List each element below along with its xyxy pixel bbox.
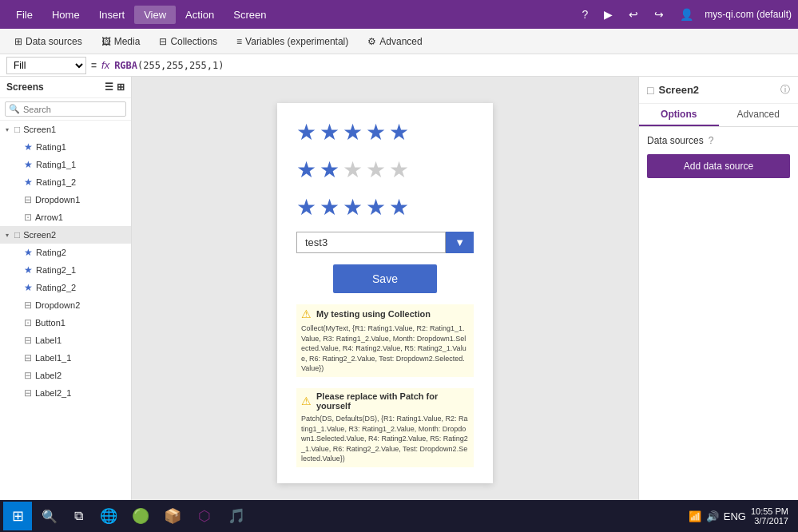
label2-label: Label2 <box>35 371 62 380</box>
center-canvas[interactable]: ★ ★ ★ ★ ★ ★ ★ ★ ★ ★ ★ ★ ★ ★ ★ <box>132 77 638 510</box>
left-panel: Screens ☰ ⊞ 🔍 ▾ □ Screen1 ★ Rating1 <box>0 77 132 510</box>
rating2-label: Rating2 <box>36 248 66 257</box>
toolbar-media[interactable]: 🖼 Media <box>93 34 149 49</box>
tree-item-rating1_1[interactable]: ★ Rating1_1 <box>0 156 131 173</box>
screens-header: Screens ☰ ⊞ <box>0 77 131 98</box>
tree-item-rating2_2[interactable]: ★ Rating2_2 <box>0 279 131 296</box>
grid-view-icon[interactable]: ⊞ <box>117 81 125 93</box>
menu-file[interactable]: File <box>6 6 42 24</box>
tree-item-rating2[interactable]: ★ Rating2 <box>0 244 131 261</box>
note-box-1: ⚠ My testing using Collection Collect(My… <box>296 304 474 377</box>
menu-insert[interactable]: Insert <box>89 6 135 24</box>
formula-display: RGBA(255,255,255,1) <box>114 60 792 71</box>
search-bar: 🔍 <box>0 98 131 121</box>
redo-icon[interactable]: ↪ <box>649 6 669 22</box>
data-sources-help-icon[interactable]: ? <box>709 135 714 146</box>
menu-screen[interactable]: Screen <box>224 6 276 24</box>
tree-item-label2[interactable]: ⊟ Label2 <box>0 367 131 384</box>
save-button[interactable]: Save <box>333 264 437 293</box>
tree-item-arrow1[interactable]: ⊡ Arrow1 <box>0 208 131 226</box>
right-panel: □ Screen2 ⓘ Options Advanced Data source… <box>638 77 798 510</box>
rating2-1-label: Rating2_1 <box>36 265 76 275</box>
tab-advanced[interactable]: Advanced <box>719 104 799 126</box>
tree-item-dropdown1[interactable]: ⊟ Dropdown1 <box>0 191 131 208</box>
warning-icon-1: ⚠ <box>301 308 312 320</box>
menu-right-section: ? ▶ ↩ ↪ 👤 mys-qi.com (default) <box>578 6 792 22</box>
tree-item-label1_1[interactable]: ⊟ Label1_1 <box>0 349 131 367</box>
right-panel-tabs: Options Advanced <box>639 104 798 127</box>
help-icon[interactable]: ? <box>578 6 594 22</box>
screen-icon-sm: □ <box>647 84 653 97</box>
user-label: mys-qi.com (default) <box>705 9 792 20</box>
star-3-2: ★ <box>320 194 339 220</box>
menu-home[interactable]: Home <box>42 6 89 24</box>
menu-action[interactable]: Action <box>176 6 224 24</box>
label-icon-1: ⊟ <box>24 335 32 346</box>
taskbar-app-chrome[interactable]: 🟢 <box>125 502 157 530</box>
property-selector[interactable]: Fill <box>6 57 86 74</box>
star-2-4: ★ <box>366 157 386 183</box>
stars-row-3: ★ ★ ★ ★ ★ <box>296 194 474 220</box>
tree-item-rating1[interactable]: ★ Rating1 <box>0 138 131 156</box>
right-panel-body: Data sources ? Add data source <box>639 127 798 186</box>
windows-logo-icon: ⊞ <box>12 507 24 525</box>
data-sources-icon: ⊞ <box>14 36 22 47</box>
dropdown1-label: Dropdown1 <box>35 195 80 204</box>
dropdown-chevron-button[interactable]: ▼ <box>446 232 474 253</box>
star-1-3: ★ <box>343 119 363 145</box>
collections-label: Collections <box>170 36 217 47</box>
toolbar-collections[interactable]: ⊟ Collections <box>151 34 225 49</box>
chrome-icon: 🟢 <box>132 507 149 525</box>
search-input[interactable] <box>23 105 122 114</box>
taskbar-app-powerapps[interactable]: ⬡ <box>189 502 220 530</box>
note-body-2: Patch(DS, Defaults(DS), {R1: Rating1.Val… <box>301 414 469 464</box>
taskbar-app-store[interactable]: 📦 <box>157 502 189 530</box>
star-1-1: ★ <box>296 119 316 145</box>
label1-1-label: Label1_1 <box>35 353 71 363</box>
taskbar-app-edge[interactable]: 🌐 <box>93 502 125 530</box>
taskbar: ⊞ 🔍 ⧉ 🌐 🟢 📦 ⬡ 🎵 📶 🔊 ENG 10:55 PM 3/7/201… <box>0 500 798 532</box>
onenote-icon: 🎵 <box>228 507 245 525</box>
fx-label: fx <box>101 59 109 71</box>
label-icon-2-1: ⊟ <box>24 387 32 399</box>
data-sources-label: Data sources <box>26 36 82 47</box>
tab-options[interactable]: Options <box>639 104 719 126</box>
right-panel-header: □ Screen2 ⓘ <box>639 77 798 104</box>
variables-icon: ≡ <box>236 36 242 47</box>
toolbar-data-sources[interactable]: ⊞ Data sources <box>6 34 90 49</box>
taskbar-app-onenote[interactable]: 🎵 <box>220 502 252 530</box>
tree-item-rating1_2[interactable]: ★ Rating1_2 <box>0 173 131 191</box>
tree-item-label2_1[interactable]: ⊟ Label2_1 <box>0 384 131 402</box>
note-box-2: ⚠ Please replace with Patch for yourself… <box>296 388 474 467</box>
run-icon[interactable]: ▶ <box>599 6 617 22</box>
tree-item-dropdown2[interactable]: ⊟ Dropdown2 <box>0 296 131 314</box>
label1-label: Label1 <box>35 335 62 345</box>
tree-item-label1[interactable]: ⊟ Label1 <box>0 332 131 349</box>
start-button[interactable]: ⊞ <box>3 502 32 530</box>
star-icon-rating1: ★ <box>24 141 33 153</box>
taskbar-search-button[interactable]: 🔍 <box>35 502 64 530</box>
note-header-1: ⚠ My testing using Collection <box>301 308 469 320</box>
tree-item-button1[interactable]: ⊡ Button1 <box>0 314 131 332</box>
tree-item-screen2[interactable]: ▾ □ Screen2 <box>0 226 131 244</box>
tree-item-rating2_1[interactable]: ★ Rating2_1 <box>0 261 131 279</box>
rating2-2-label: Rating2_2 <box>36 283 76 292</box>
main-layout: Screens ☰ ⊞ 🔍 ▾ □ Screen1 ★ Rating1 <box>0 77 798 510</box>
star-2-3: ★ <box>343 157 363 183</box>
toolbar-advanced[interactable]: ⚙ Advanced <box>359 34 430 49</box>
taskbar-right: 📶 🔊 ENG 10:55 PM 3/7/2017 <box>689 506 795 526</box>
dropdown-icon-1: ⊟ <box>24 194 32 205</box>
info-icon[interactable]: ⓘ <box>780 83 790 97</box>
tree-item-screen1[interactable]: ▾ □ Screen1 <box>0 121 131 138</box>
taskbar-task-view-button[interactable]: ⧉ <box>64 502 93 530</box>
toolbar-variables[interactable]: ≡ Variables (experimental) <box>228 34 356 49</box>
add-data-source-button[interactable]: Add data source <box>647 154 790 178</box>
star-3-3: ★ <box>343 194 363 220</box>
list-view-icon[interactable]: ☰ <box>105 81 113 93</box>
collections-icon: ⊟ <box>159 36 167 47</box>
undo-icon[interactable]: ↩ <box>624 6 643 22</box>
media-icon: 🖼 <box>101 36 111 47</box>
menu-view[interactable]: View <box>134 6 176 24</box>
user-icon[interactable]: 👤 <box>675 6 698 22</box>
label-icon-2: ⊟ <box>24 370 32 381</box>
